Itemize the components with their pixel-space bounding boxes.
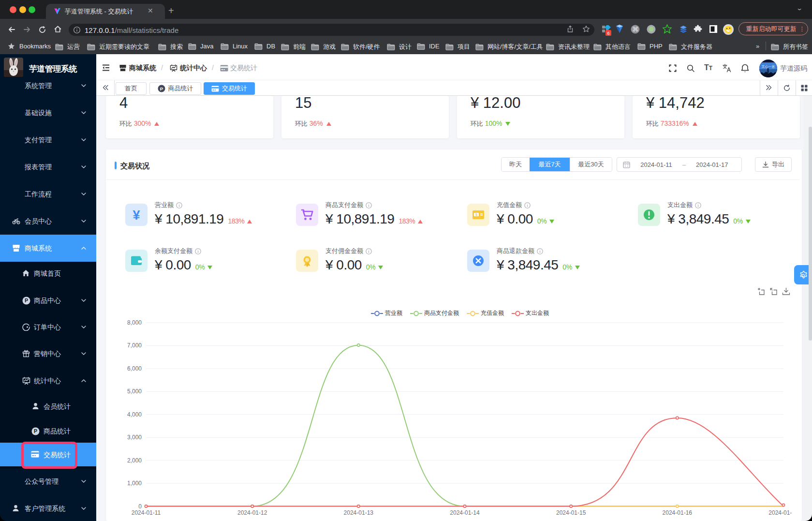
svg-text:4,000: 4,000	[127, 411, 142, 418]
svg-text:P: P	[160, 86, 163, 91]
svg-text:2024-01-12: 2024-01-12	[237, 509, 267, 516]
svg-text:¥: ¥	[133, 208, 140, 223]
svg-text:2024-01-11: 2024-01-11	[132, 509, 161, 516]
svg-text:2024-01-15: 2024-01-15	[556, 509, 586, 516]
svg-text:2024-01-14: 2024-01-14	[450, 509, 480, 516]
svg-text:⌘: ⌘	[632, 26, 638, 33]
svg-text:2024-01-13: 2024-01-13	[344, 509, 374, 516]
svg-text:文心一言: 文心一言	[762, 64, 775, 68]
svg-text:8,000: 8,000	[127, 319, 142, 326]
svg-text:6: 6	[607, 31, 609, 36]
svg-text:0: 0	[138, 503, 142, 510]
svg-text:P: P	[34, 428, 37, 434]
svg-text:2,000: 2,000	[127, 457, 142, 464]
svg-text:3,000: 3,000	[127, 434, 142, 441]
svg-text:7,000: 7,000	[127, 342, 142, 349]
svg-text:2024-01-16: 2024-01-16	[663, 509, 693, 516]
svg-text:P: P	[25, 298, 28, 303]
svg-text:2024-01-17: 2024-01-17	[768, 509, 792, 516]
svg-text:5,000: 5,000	[127, 388, 142, 395]
svg-text:6,000: 6,000	[127, 365, 142, 372]
svg-text:1,000: 1,000	[127, 480, 142, 487]
